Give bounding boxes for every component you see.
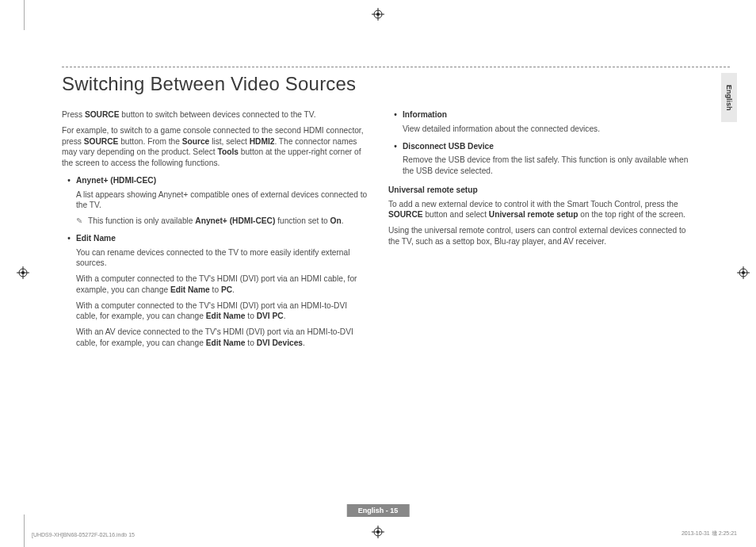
bullet-anynet-note: ✎This function is only available Anynet+… xyxy=(76,216,368,227)
editname-desc-3: With a computer connected to the TV's HD… xyxy=(76,300,368,323)
editname-desc-4: With an AV device connected to the TV's … xyxy=(76,327,368,349)
intro-para-1: Press SOURCE button to switch between de… xyxy=(62,109,368,120)
column-left: Press SOURCE button to switch between de… xyxy=(62,109,368,354)
bullet-anynet: • Anynet+ (HDMI-CEC) xyxy=(62,175,368,186)
information-desc: View detailed information about the conn… xyxy=(403,124,694,135)
bullet-icon: • xyxy=(388,141,403,152)
crop-mark-top-left xyxy=(24,0,25,30)
page-title: Switching Between Video Sources xyxy=(62,73,356,95)
crop-mark-bottom-left xyxy=(24,514,25,547)
registration-mark-icon xyxy=(737,266,750,279)
editname-desc-2: With a computer connected to the TV's HD… xyxy=(76,274,368,296)
intro-para-2: For example, to switch to a game console… xyxy=(62,125,368,169)
bullet-information: • Information xyxy=(388,109,694,120)
page-number-badge: English - 15 xyxy=(347,504,410,517)
language-tab: English xyxy=(721,73,737,122)
footer-filename: [UHDS9-XH]BN68-05272F-02L16.indb 15 xyxy=(32,532,135,537)
bullet-label: Anynet+ (HDMI-CEC) xyxy=(76,175,156,186)
bullet-anynet-desc: A list appears showing Anynet+ compatibl… xyxy=(76,189,368,212)
bullet-disconnect-usb: • Disconnect USB Device xyxy=(388,141,694,152)
universal-remote-para-2: Using the universal remote control, user… xyxy=(388,225,694,247)
bullet-label: Disconnect USB Device xyxy=(403,141,494,152)
bullet-icon: • xyxy=(62,175,76,186)
bullet-icon: • xyxy=(62,233,76,244)
disconnect-usb-desc: Remove the USB device from the list safe… xyxy=(403,155,694,177)
bullet-label: Information xyxy=(403,109,447,120)
universal-remote-para-1: To add a new external device to control … xyxy=(388,199,694,221)
footer-timestamp: 2013-10-31 㙨 2:25:21 xyxy=(682,530,737,537)
content-columns: Press SOURCE button to switch between de… xyxy=(62,109,696,354)
section-divider xyxy=(62,67,730,67)
subheading-universal-remote: Universal remote setup xyxy=(388,185,694,196)
editname-desc-1: You can rename devices connected to the … xyxy=(76,247,368,270)
bullet-label: Edit Name xyxy=(76,233,116,244)
column-right: • Information View detailed information … xyxy=(388,109,694,354)
registration-mark-icon xyxy=(372,8,384,21)
note-icon: ✎ xyxy=(76,216,86,227)
registration-mark-icon xyxy=(372,526,384,538)
bullet-editname: • Edit Name xyxy=(62,233,368,244)
registration-mark-icon xyxy=(17,266,29,279)
bullet-icon: • xyxy=(388,109,403,120)
